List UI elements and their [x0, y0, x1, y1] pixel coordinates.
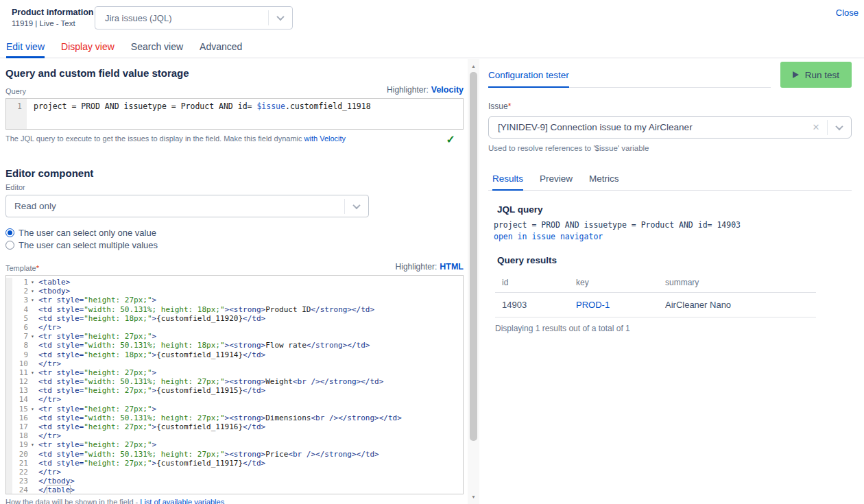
code-text: </tr> [37, 431, 61, 440]
issue-help-text: Used to resolve references to '$issue' v… [488, 144, 852, 152]
tab-display-view[interactable]: Display view [61, 41, 115, 58]
code-segment: "height: 27px;" [84, 440, 152, 449]
code-line: 20<td style="width: 50.131%; height: 27p… [12, 450, 463, 459]
configuration-tester-link[interactable]: Configuration tester [488, 70, 569, 88]
fold-toggle-icon[interactable]: ▾ [28, 440, 37, 449]
query-field-label: Query [5, 87, 26, 95]
fold-toggle-icon [28, 422, 37, 431]
tab-preview[interactable]: Preview [540, 173, 573, 190]
fold-toggle-icon [28, 314, 37, 323]
query-help-text: The JQL query to execute to get the issu… [5, 134, 346, 143]
clear-x-icon[interactable]: ✕ [805, 122, 827, 132]
code-segment: <tr style= [38, 440, 84, 449]
with-velocity-link[interactable]: with Velocity [304, 134, 346, 143]
line-number: 14 [12, 395, 28, 404]
code-line: 3▾<tr style="height: 27px;"> [12, 296, 463, 304]
field-type-select[interactable]: Jira issues (JQL) [95, 6, 293, 29]
editor-field-label: Editor [5, 183, 464, 191]
run-test-button[interactable]: Run test [780, 62, 852, 88]
fold-toggle-icon[interactable]: ▾ [28, 296, 37, 304]
radio-option[interactable]: The user can select only one value [5, 226, 464, 239]
code-line: 8<td style="width: 50.131%; height: 18px… [12, 341, 463, 350]
radio-option-label: The user can select multiple values [19, 240, 158, 250]
open-in-issue-navigator-link[interactable]: open in issue navigator [494, 232, 852, 241]
chevron-down-icon[interactable] [828, 125, 851, 130]
highlighter-value-link[interactable]: Velocity [431, 85, 464, 95]
chevron-down-icon[interactable] [269, 15, 292, 21]
template-label-row: Template* Highlighter:HTML [5, 260, 464, 272]
code-segment: </tbody> [38, 477, 75, 485]
line-number: 4 [12, 305, 28, 314]
configuration-tester-panel: Configuration tester Run test Issue* [YI… [479, 59, 864, 504]
issue-select-controls: ✕ [805, 117, 851, 138]
main-tab-bar: Edit viewDisplay viewSearch viewAdvanced [0, 41, 864, 58]
code-segment: > [152, 296, 157, 304]
code-line: 9<td style="height: 18px;">{customfield_… [12, 350, 463, 359]
code-line: 10</tr> [12, 359, 463, 368]
fold-toggle-icon [28, 485, 37, 494]
code-segment: "width: 50.131%; height: 27px;" [84, 377, 224, 386]
tab-edit-view[interactable]: Edit view [6, 41, 45, 58]
tab-advanced[interactable]: Advanced [200, 41, 242, 58]
scroll-down-icon[interactable]: ▼ [468, 491, 479, 502]
query-results-table: idkeysummary 14903PROD-1AirCleaner Nano [495, 274, 816, 317]
code-segment: </td> [243, 314, 265, 323]
radio-unselected-icon[interactable] [5, 241, 14, 250]
template-code-editor[interactable]: 1▾<table>2▾<tbody>3▾<tr style="height: 2… [5, 275, 464, 494]
line-number: 7 [12, 332, 28, 341]
results-column-header: key [569, 274, 658, 293]
code-segment: {customfield_11916} [156, 422, 243, 431]
fold-toggle-icon[interactable]: ▾ [28, 278, 37, 287]
code-line: 13<td style="height: 27px;">{customfield… [12, 386, 463, 395]
code-segment: project = PROD AND issuetype = Product A… [34, 101, 256, 111]
issue-select[interactable]: [YINIDEV-9] Connection issue to my AirCl… [488, 116, 852, 139]
scrollbar-thumb[interactable] [470, 72, 477, 441]
tab-search-view[interactable]: Search view [131, 41, 183, 58]
result-key-link[interactable]: PROD-1 [569, 293, 658, 317]
code-text: </tr> [37, 468, 61, 477]
fold-toggle-icon[interactable]: ▾ [28, 287, 37, 296]
code-segment: </td> [243, 422, 265, 431]
code-line: 6</tr> [12, 323, 463, 332]
code-segment: </td> [243, 350, 265, 359]
code-segment: </td> [243, 386, 265, 395]
template-field-label: Template* [5, 264, 39, 272]
line-number: 23 [12, 477, 28, 485]
code-text: <td style="width: 50.131%; height: 18px;… [37, 341, 370, 350]
fold-toggle-icon[interactable]: ▾ [28, 368, 37, 377]
code-line: 5<td style="height: 18px;">{customfield_… [12, 314, 463, 323]
fold-toggle-icon [28, 395, 37, 404]
radio-selected-icon[interactable] [5, 228, 14, 237]
jql-query-code-editor[interactable]: 1 project = PROD AND issuetype = Product… [5, 98, 464, 130]
code-segment: "height: 27px;" [84, 332, 152, 341]
scroll-up-icon[interactable]: ▲ [468, 60, 479, 71]
vertical-scrollbar[interactable]: ▲ ▼ [468, 59, 479, 504]
code-segment: ><strong> [225, 305, 266, 314]
required-marker: * [508, 101, 512, 111]
fold-toggle-icon[interactable]: ▾ [28, 332, 37, 341]
line-number: 18 [12, 431, 28, 440]
tester-title-wrap: Configuration tester [488, 69, 771, 88]
line-number: 11 [12, 368, 28, 377]
line-number: 2 [12, 287, 28, 296]
code-text: <tr style="height: 27px;"> [37, 440, 156, 449]
valid-check-icon: ✓ [446, 134, 455, 145]
close-button[interactable]: Close [836, 8, 859, 18]
tab-results[interactable]: Results [492, 173, 523, 191]
available-variables-link[interactable]: List of available variables [140, 498, 224, 504]
code-segment: <tr style= [38, 368, 84, 377]
chevron-down-icon[interactable] [345, 204, 368, 209]
code-segment: <td style= [38, 350, 84, 359]
code-line: 2▾<tbody> [12, 287, 463, 296]
editor-select[interactable]: Read only [5, 195, 369, 217]
fold-toggle-icon[interactable]: ▾ [28, 405, 37, 413]
run-test-label: Run test [805, 70, 839, 80]
radio-option[interactable]: The user can select multiple values [5, 239, 464, 251]
code-text: </table> [37, 485, 75, 494]
code-segment: </tr> [38, 359, 61, 368]
tab-metrics[interactable]: Metrics [589, 173, 619, 190]
editor-select-controls [344, 195, 368, 217]
highlighter-value-link[interactable]: HTML [440, 262, 464, 272]
template-highlighter: Highlighter:HTML [396, 260, 464, 272]
line-number: 1 [12, 278, 28, 287]
